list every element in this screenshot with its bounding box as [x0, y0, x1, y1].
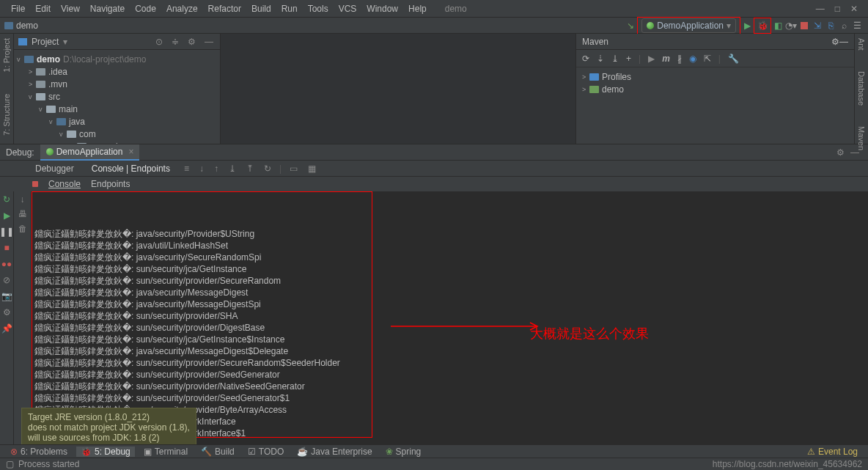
tree-item[interactable]: >.mvn: [14, 78, 220, 90]
spring-tab[interactable]: ❀Spring: [381, 447, 426, 457]
gear-icon[interactable]: ⚙: [834, 147, 847, 158]
tree-item[interactable]: >.idea: [14, 65, 220, 78]
tree-item[interactable]: vjava: [14, 115, 220, 128]
menu-vcs[interactable]: VCS: [334, 4, 362, 14]
tool-structure-tab[interactable]: 7: Structure: [2, 94, 11, 136]
jdk-mismatch-tooltip: Target JRE version (1.8.0_212) does not …: [21, 408, 196, 447]
event-log-tab[interactable]: ⚠Event Log: [803, 447, 862, 457]
tree-item[interactable]: vexample: [14, 140, 220, 144]
step-over-icon[interactable]: ≡: [182, 164, 191, 174]
console-endpoints-tab[interactable]: Console | Endpoints: [86, 162, 176, 175]
menu-tools[interactable]: Tools: [303, 4, 334, 14]
force-step-icon[interactable]: ⤓: [227, 164, 238, 174]
tree-item[interactable]: vsrc: [14, 90, 220, 103]
todo-tab[interactable]: ☑TODO: [243, 447, 288, 457]
window-maximize-icon[interactable]: □: [835, 4, 840, 14]
console-tab[interactable]: Console: [48, 179, 81, 189]
add-maven-project-icon[interactable]: +: [626, 54, 631, 64]
maven-tree-item[interactable]: >demo: [576, 83, 854, 95]
git-icon[interactable]: ⎘: [824, 19, 837, 32]
dump-threads-icon[interactable]: 📷: [1, 291, 12, 301]
coverage-icon[interactable]: ◧: [771, 19, 784, 32]
menu-help[interactable]: Help: [403, 4, 432, 14]
window-minimize-icon[interactable]: —: [816, 4, 825, 14]
maven-tree-item[interactable]: >Profiles: [576, 70, 854, 83]
menu-file[interactable]: File: [6, 4, 30, 14]
gear-icon[interactable]: ⚙: [831, 37, 839, 47]
clear-all-icon[interactable]: 🗑: [18, 224, 28, 234]
status-url: https://blog.csdn.net/weixin_45634962: [713, 459, 862, 469]
view-breakpoints-icon[interactable]: ●●: [1, 259, 12, 269]
debugger-tab[interactable]: Debugger: [29, 162, 80, 175]
print-icon[interactable]: 🖶: [18, 209, 28, 219]
menu-navigate[interactable]: Navigate: [85, 4, 130, 14]
hammer-build-icon[interactable]: ↘: [624, 19, 637, 32]
menu-refactor[interactable]: Refactor: [203, 4, 246, 14]
m-icon[interactable]: m: [662, 54, 670, 64]
resume-icon[interactable]: ▶: [1, 210, 12, 221]
collapse-all-icon[interactable]: ⇱: [704, 54, 711, 64]
update-icon[interactable]: ⇲: [811, 19, 824, 32]
run-config-selector[interactable]: DemoApplication ▾: [641, 18, 736, 33]
profiler-icon[interactable]: ◔▾: [784, 19, 798, 32]
menu-edit[interactable]: Edit: [30, 4, 56, 14]
maven-tree[interactable]: >Profiles>demo: [576, 67, 854, 98]
show-dependencies-icon[interactable]: ◉: [689, 54, 696, 64]
chevron-down-icon[interactable]: ▾: [63, 37, 67, 47]
step-into-icon[interactable]: ↓: [197, 164, 206, 174]
problems-tab[interactable]: ⊗6: Problems: [6, 447, 72, 457]
tree-item[interactable]: vmain: [14, 103, 220, 115]
window-close-icon[interactable]: ✕: [850, 4, 858, 14]
javaee-tab[interactable]: ☕Java Enterprise: [293, 447, 376, 457]
download-sources-icon[interactable]: ⤓: [611, 54, 619, 64]
terminal-tab[interactable]: ▣Terminal: [139, 447, 192, 457]
tool-ant-tab[interactable]: Ant: [857, 38, 866, 51]
mute-breakpoints-icon[interactable]: ⊘: [1, 275, 12, 285]
run-icon[interactable]: ▶: [740, 19, 754, 32]
pause-icon[interactable]: ❚❚: [1, 227, 12, 237]
tool-database-tab[interactable]: Database: [857, 71, 866, 106]
drop-frame-icon[interactable]: ↻: [262, 164, 273, 174]
menu-run[interactable]: Run: [276, 4, 303, 14]
build-tab[interactable]: 🔨Build: [196, 447, 239, 457]
toggle-skip-tests-icon[interactable]: ∦: [677, 54, 682, 64]
menu-build[interactable]: Build: [246, 4, 276, 14]
run-maven-icon[interactable]: ▶: [648, 54, 655, 64]
debug-icon[interactable]: 🐞: [756, 19, 769, 32]
menu-analyze[interactable]: Analyze: [161, 4, 203, 14]
debug-session-tab[interactable]: DemoApplication ×: [40, 144, 140, 161]
expand-all-icon[interactable]: ≑: [169, 37, 181, 47]
menu-code[interactable]: Code: [130, 4, 161, 14]
run-to-cursor-icon[interactable]: ⤒: [244, 164, 256, 174]
rerun-icon[interactable]: ↻: [1, 194, 12, 205]
tool-project-tab[interactable]: 1: Project: [2, 38, 11, 72]
maven-settings-icon[interactable]: 🔧: [728, 54, 739, 64]
project-tree[interactable]: v demo D:\local-project\demo >.idea>.mvn…: [14, 50, 220, 144]
settings-icon[interactable]: ⚙: [1, 307, 12, 317]
pin-icon[interactable]: 📌: [1, 323, 12, 334]
step-out-icon[interactable]: ↑: [212, 164, 221, 174]
gear-icon[interactable]: ⚙: [185, 37, 198, 47]
tree-root-name: demo: [37, 54, 60, 65]
menu-window[interactable]: Window: [361, 4, 403, 14]
status-box-icon[interactable]: ▢: [6, 459, 14, 469]
debug-tab[interactable]: 🐞5: Debug: [76, 447, 135, 457]
trace-icon[interactable]: ▦: [306, 164, 318, 174]
hide-icon[interactable]: —: [839, 37, 848, 47]
tree-item[interactable]: vcom: [14, 128, 220, 140]
hide-icon[interactable]: —: [202, 37, 216, 47]
select-opened-file-icon[interactable]: ⊙: [153, 37, 165, 47]
hide-icon[interactable]: —: [847, 147, 862, 158]
stop-icon[interactable]: ■: [1, 243, 12, 253]
scroll-to-end-icon[interactable]: ↓: [18, 194, 28, 205]
close-tab-icon[interactable]: ×: [128, 147, 133, 157]
breadcrumb[interactable]: demo: [4, 21, 38, 31]
reimport-icon[interactable]: ⟳: [582, 54, 589, 64]
menu-view[interactable]: View: [56, 4, 85, 14]
generate-sources-icon[interactable]: ⇣: [597, 54, 604, 64]
search-everywhere-icon[interactable]: ⌕: [837, 19, 850, 32]
stop-icon[interactable]: [798, 19, 811, 32]
settings-icon[interactable]: ☰: [850, 19, 864, 32]
endpoints-tab[interactable]: Endpoints: [91, 179, 130, 189]
evaluate-icon[interactable]: ▭: [287, 164, 300, 174]
